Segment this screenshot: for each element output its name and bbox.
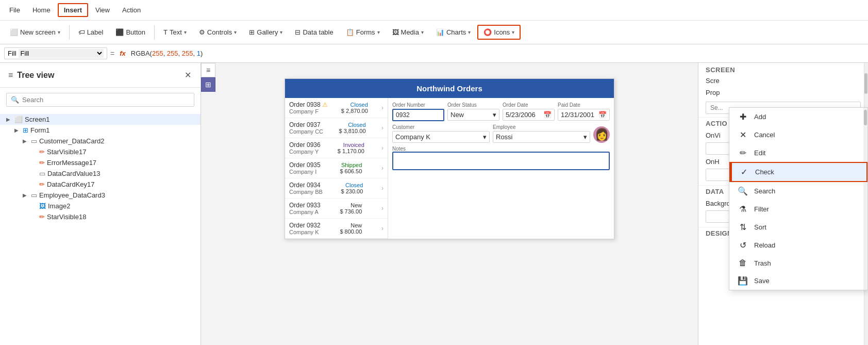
tree-item-form1[interactable]: ▶ ⊞ Form1	[8, 125, 201, 136]
close-sidebar-button[interactable]: ✕	[183, 69, 192, 81]
menu-action[interactable]: Action	[117, 4, 146, 16]
text-button[interactable]: T Text ▾	[158, 25, 192, 39]
tree-item-screen1[interactable]: ▶ ⬜ Screen1	[0, 114, 201, 125]
order-date-field: Order Date 5/23/2006 📅	[503, 102, 555, 121]
icon-menu-sort[interactable]: ⇅ Sort	[729, 218, 867, 236]
equals-sign: =	[110, 50, 114, 58]
property-label: Fill	[8, 50, 16, 57]
tree-item-employee-datacard[interactable]: ▶ ▭ Employee_DataCard3	[16, 190, 201, 201]
gallery-button[interactable]: ⊞ Gallery ▾	[243, 25, 288, 39]
icon-menu-trash[interactable]: 🗑 Trash	[729, 254, 867, 272]
employee-datacard-label: Employee_DataCard3	[39, 191, 105, 199]
order-company-0938: Company F	[289, 108, 328, 114]
sidebar-search-box[interactable]: 🔍	[6, 93, 194, 107]
order-row-0936[interactable]: Order 0936 Company Y Invoiced $ 1,170.00…	[285, 138, 388, 158]
search-icon: 🔍	[738, 186, 748, 196]
order-date-label: Order Date	[503, 102, 555, 108]
icon-menu-add[interactable]: ✚ Add	[729, 108, 867, 126]
icon-menu-filter[interactable]: ⚗ Filter	[729, 200, 867, 218]
customer-select[interactable]: Company K ▾	[392, 131, 490, 143]
tree-item-starvisible18[interactable]: ▶ ✏ StarVisible18	[25, 211, 201, 222]
employee-select[interactable]: Rossi ▾	[493, 131, 590, 143]
order-row-0933[interactable]: Order 0933 Company A New $ 736.00 ›	[285, 199, 388, 219]
icons-dropdown: ✚ Add ✕ Cancel ✏ Edit ✓ Check 🔍 Search ⚗	[729, 107, 868, 290]
order-status-0938: Closed $ 2,870.00	[341, 102, 368, 114]
hamburger-icon[interactable]: ≡	[8, 71, 13, 80]
menu-home[interactable]: Home	[27, 4, 56, 16]
screen-icon: ⬜	[14, 116, 23, 123]
tree-item-image2[interactable]: ▶ 🖼 Image2	[25, 201, 201, 211]
order-number-label: Order Number	[392, 102, 444, 108]
media-button[interactable]: 🖼 Media ▾	[387, 25, 429, 39]
edit-icon-em17: ✏	[39, 159, 45, 167]
order-row-0935[interactable]: Order 0935 Company I Shipped $ 606.50 ›	[285, 158, 388, 178]
chevron-0934: ›	[381, 185, 383, 192]
property-selector[interactable]: Fill Fill	[4, 47, 107, 59]
menu-view[interactable]: View	[90, 4, 115, 16]
vert-tab-active[interactable]: ⊞	[201, 77, 215, 92]
detail-row2: Customer Company K ▾ Employee Rossi ▾	[392, 124, 610, 143]
tree-item-starvisible17[interactable]: ▶ ✏ StarVisible17	[25, 146, 201, 157]
label-button[interactable]: 🏷 Label	[73, 25, 109, 39]
menu-bar: File Home Insert View Action	[0, 0, 868, 21]
reload-icon: ↺	[738, 240, 748, 250]
save-icon: 💾	[738, 276, 748, 286]
warning-icon-0938: ⚠	[322, 101, 328, 108]
icon-menu-check[interactable]: ✓ Check	[729, 162, 867, 182]
starvisible17-label: StarVisible17	[47, 148, 86, 156]
data-table-button[interactable]: ⊟ Data table	[289, 25, 339, 39]
paid-date-value[interactable]: 12/31/2001 📅	[558, 109, 610, 121]
forms-button[interactable]: 📋 Forms ▾	[340, 25, 386, 39]
chevron-0935: ›	[381, 165, 383, 172]
order-row-0934[interactable]: Order 0934 Company BB Closed $ 230.00 ›	[285, 178, 388, 199]
toolbar: ⬜ New screen ▾ 🏷 Label ⬛ Button T Text ▾…	[0, 21, 868, 44]
rgba-val3: 255	[182, 50, 193, 57]
detail-row1: Order Number 0932 Order Status New ▾ Ord…	[392, 102, 610, 121]
icon-menu-save[interactable]: 💾 Save	[729, 272, 867, 290]
menu-insert[interactable]: Insert	[58, 3, 88, 17]
order-row-0937[interactable]: Order 0937 Company CC Closed $ 3,810.00 …	[285, 118, 388, 138]
icons-button[interactable]: ⭕ Icons ▾	[477, 25, 521, 40]
order-status-select[interactable]: New ▾	[447, 109, 499, 121]
order-date-value[interactable]: 5/23/2006 📅	[503, 109, 555, 121]
chevron-0937: ›	[381, 124, 383, 132]
rgba-val2: 255	[167, 50, 178, 57]
edit-icon-sv18: ✏	[39, 213, 45, 221]
tree-item-datacardvalue13[interactable]: ▶ ▭ DataCardValue13	[25, 168, 201, 179]
tree-item-datacardkey17[interactable]: ▶ ✏ DataCardKey17	[25, 179, 201, 190]
icon-menu-search[interactable]: 🔍 Search	[729, 182, 867, 200]
icon-menu-edit[interactable]: ✏ Edit	[729, 144, 867, 162]
icon-menu-cancel[interactable]: ✕ Cancel	[729, 126, 867, 144]
screen1-label: Screen1	[25, 116, 49, 123]
tree-item-errormessage17[interactable]: ▶ ✏ ErrorMessage17	[25, 157, 201, 168]
order-id-0938: Order 0938	[289, 101, 321, 108]
edit-icon-sv17: ✏	[39, 148, 45, 156]
icon-menu-reload[interactable]: ↺ Reload	[729, 236, 867, 254]
button-button[interactable]: ⬛ Button	[110, 25, 151, 39]
datacard-icon-emp: ▭	[31, 191, 37, 199]
screen-section-header: SCREEN	[698, 63, 868, 75]
order-row-0938[interactable]: Order 0938 ⚠ Company F Closed $ 2,870.00…	[285, 98, 388, 118]
order-row-0932[interactable]: Order 0932 Company K New $ 800.00 ›	[285, 219, 388, 239]
starvisible18-label: StarVisible18	[47, 213, 86, 221]
formula-bar: Fill Fill = fx RGBA(255, 255, 255, 1)	[0, 44, 868, 63]
notes-input[interactable]	[392, 152, 610, 170]
toolbar-separator-1	[69, 25, 70, 40]
vert-tab-layers[interactable]: ≡	[201, 63, 215, 77]
property-dropdown[interactable]: Fill	[19, 49, 104, 58]
chevron-0933: ›	[381, 205, 383, 212]
charts-button[interactable]: 📊 Charts ▾	[430, 25, 476, 39]
sidebar-search-input[interactable]	[22, 96, 190, 104]
errormessage17-label: ErrorMessage17	[47, 159, 96, 167]
order-number-value[interactable]: 0932	[392, 109, 444, 121]
filter-icon: ⚗	[738, 204, 748, 214]
new-screen-label: New screen	[20, 28, 56, 36]
order-status-label: Order Status	[447, 102, 499, 108]
controls-button[interactable]: ⚙ Controls ▾	[193, 25, 242, 39]
tree-arrow-form1: ▶	[14, 127, 21, 133]
icons-chevron: ▾	[512, 29, 514, 35]
new-screen-button[interactable]: ⬜ New screen ▾	[4, 25, 66, 39]
label-icon: 🏷	[78, 28, 85, 36]
tree-item-customer-datacard[interactable]: ▶ ▭ Customer_DataCard2	[16, 136, 201, 146]
menu-file[interactable]: File	[4, 4, 25, 16]
